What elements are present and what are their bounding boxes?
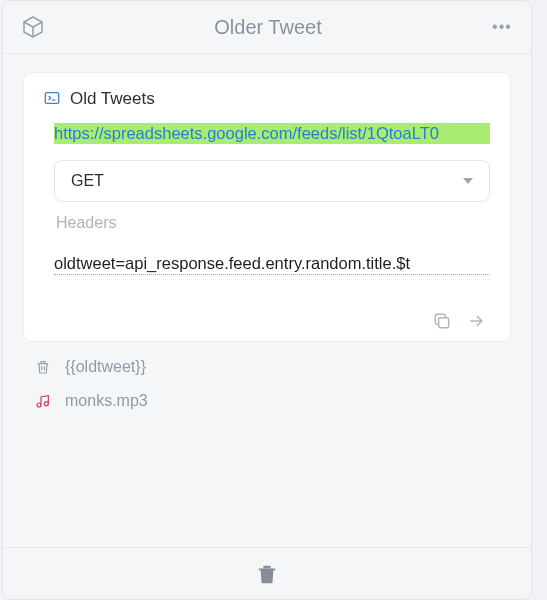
older-tweet-panel: Older Tweet ••• Old Tweets https://sprea… xyxy=(2,0,532,600)
http-method-select[interactable]: GET xyxy=(54,160,490,202)
copy-icon[interactable] xyxy=(432,311,452,331)
more-options-button[interactable]: ••• xyxy=(491,16,513,38)
headers-label[interactable]: Headers xyxy=(56,214,490,232)
request-card: Old Tweets https://spreadsheets.google.c… xyxy=(23,72,511,342)
card-footer xyxy=(44,311,490,331)
cube-icon xyxy=(21,15,45,39)
music-icon xyxy=(35,393,51,409)
arrow-right-icon[interactable] xyxy=(466,311,486,331)
url-field[interactable]: https://spreadsheets.google.com/feeds/li… xyxy=(54,123,490,144)
chevron-down-icon xyxy=(463,178,473,184)
method-value: GET xyxy=(71,172,104,190)
card-title-row: Old Tweets xyxy=(44,89,490,109)
trash-icon xyxy=(35,359,51,375)
delete-button[interactable] xyxy=(256,563,278,585)
card-title: Old Tweets xyxy=(70,89,155,109)
svg-rect-0 xyxy=(45,93,58,104)
variable-item[interactable]: {{oldtweet}} xyxy=(23,354,511,376)
code-expression[interactable]: oldtweet=api_response.feed.entry.random.… xyxy=(54,254,490,275)
panel-title: Older Tweet xyxy=(45,16,491,39)
panel-header: Older Tweet ••• xyxy=(3,1,531,54)
audio-item[interactable]: monks.mp3 xyxy=(23,388,511,410)
terminal-icon xyxy=(44,90,60,106)
audio-filename: monks.mp3 xyxy=(65,392,148,410)
panel-footer xyxy=(3,547,531,599)
variable-text: {{oldtweet}} xyxy=(65,358,146,376)
svg-rect-1 xyxy=(439,318,449,328)
panel-body: Old Tweets https://spreadsheets.google.c… xyxy=(3,54,531,547)
